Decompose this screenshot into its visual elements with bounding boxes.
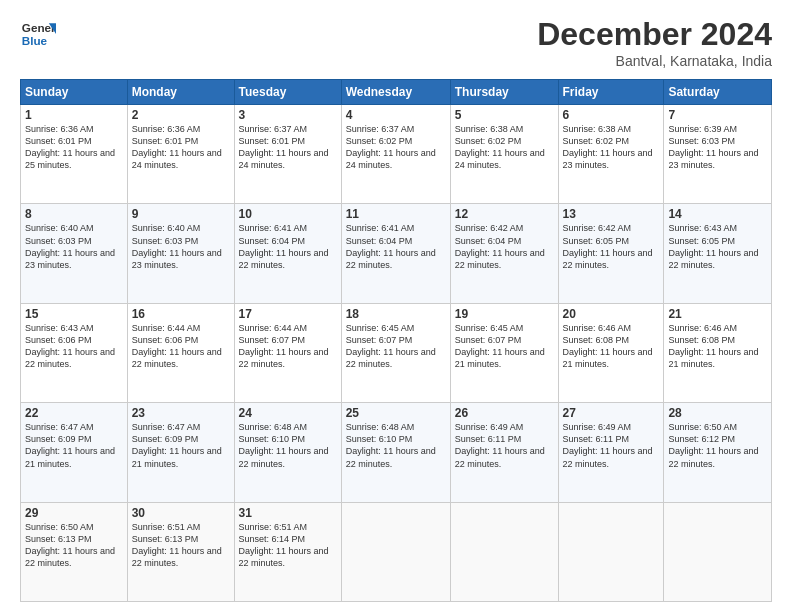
day-number: 10 (239, 207, 337, 221)
calendar-cell: 3 Sunrise: 6:37 AMSunset: 6:01 PMDayligh… (234, 105, 341, 204)
day-number: 11 (346, 207, 446, 221)
calendar-cell: 4 Sunrise: 6:37 AMSunset: 6:02 PMDayligh… (341, 105, 450, 204)
location: Bantval, Karnataka, India (537, 53, 772, 69)
cell-info: Sunrise: 6:48 AMSunset: 6:10 PMDaylight:… (346, 421, 446, 470)
day-number: 12 (455, 207, 554, 221)
calendar-cell: 5 Sunrise: 6:38 AMSunset: 6:02 PMDayligh… (450, 105, 558, 204)
calendar-cell: 29 Sunrise: 6:50 AMSunset: 6:13 PMDaylig… (21, 502, 128, 601)
day-header-thursday: Thursday (450, 80, 558, 105)
day-number: 22 (25, 406, 123, 420)
day-number: 31 (239, 506, 337, 520)
day-number: 4 (346, 108, 446, 122)
calendar-cell: 22 Sunrise: 6:47 AMSunset: 6:09 PMDaylig… (21, 403, 128, 502)
cell-info: Sunrise: 6:41 AMSunset: 6:04 PMDaylight:… (346, 222, 446, 271)
day-number: 1 (25, 108, 123, 122)
day-number: 24 (239, 406, 337, 420)
day-number: 16 (132, 307, 230, 321)
cell-info: Sunrise: 6:44 AMSunset: 6:07 PMDaylight:… (239, 322, 337, 371)
calendar-cell: 15 Sunrise: 6:43 AMSunset: 6:06 PMDaylig… (21, 303, 128, 402)
cell-info: Sunrise: 6:45 AMSunset: 6:07 PMDaylight:… (346, 322, 446, 371)
cell-info: Sunrise: 6:37 AMSunset: 6:02 PMDaylight:… (346, 123, 446, 172)
day-number: 21 (668, 307, 767, 321)
calendar-cell: 20 Sunrise: 6:46 AMSunset: 6:08 PMDaylig… (558, 303, 664, 402)
cell-info: Sunrise: 6:49 AMSunset: 6:11 PMDaylight:… (563, 421, 660, 470)
title-block: December 2024 Bantval, Karnataka, India (537, 16, 772, 69)
cell-info: Sunrise: 6:42 AMSunset: 6:04 PMDaylight:… (455, 222, 554, 271)
day-number: 27 (563, 406, 660, 420)
cell-info: Sunrise: 6:47 AMSunset: 6:09 PMDaylight:… (25, 421, 123, 470)
day-header-tuesday: Tuesday (234, 80, 341, 105)
calendar-cell (341, 502, 450, 601)
cell-info: Sunrise: 6:47 AMSunset: 6:09 PMDaylight:… (132, 421, 230, 470)
calendar-cell (450, 502, 558, 601)
logo-icon: General Blue (20, 16, 56, 52)
day-number: 5 (455, 108, 554, 122)
day-number: 9 (132, 207, 230, 221)
calendar-cell: 11 Sunrise: 6:41 AMSunset: 6:04 PMDaylig… (341, 204, 450, 303)
calendar-cell: 16 Sunrise: 6:44 AMSunset: 6:06 PMDaylig… (127, 303, 234, 402)
day-number: 14 (668, 207, 767, 221)
calendar-cell: 13 Sunrise: 6:42 AMSunset: 6:05 PMDaylig… (558, 204, 664, 303)
calendar-cell: 19 Sunrise: 6:45 AMSunset: 6:07 PMDaylig… (450, 303, 558, 402)
calendar-cell: 28 Sunrise: 6:50 AMSunset: 6:12 PMDaylig… (664, 403, 772, 502)
day-number: 15 (25, 307, 123, 321)
day-number: 20 (563, 307, 660, 321)
calendar-cell: 21 Sunrise: 6:46 AMSunset: 6:08 PMDaylig… (664, 303, 772, 402)
calendar-cell: 1 Sunrise: 6:36 AMSunset: 6:01 PMDayligh… (21, 105, 128, 204)
cell-info: Sunrise: 6:46 AMSunset: 6:08 PMDaylight:… (563, 322, 660, 371)
calendar-cell: 2 Sunrise: 6:36 AMSunset: 6:01 PMDayligh… (127, 105, 234, 204)
calendar-cell: 23 Sunrise: 6:47 AMSunset: 6:09 PMDaylig… (127, 403, 234, 502)
svg-text:Blue: Blue (22, 34, 48, 47)
cell-info: Sunrise: 6:38 AMSunset: 6:02 PMDaylight:… (563, 123, 660, 172)
day-number: 26 (455, 406, 554, 420)
cell-info: Sunrise: 6:36 AMSunset: 6:01 PMDaylight:… (25, 123, 123, 172)
day-number: 8 (25, 207, 123, 221)
calendar-cell: 26 Sunrise: 6:49 AMSunset: 6:11 PMDaylig… (450, 403, 558, 502)
cell-info: Sunrise: 6:48 AMSunset: 6:10 PMDaylight:… (239, 421, 337, 470)
day-number: 29 (25, 506, 123, 520)
calendar-cell: 12 Sunrise: 6:42 AMSunset: 6:04 PMDaylig… (450, 204, 558, 303)
cell-info: Sunrise: 6:50 AMSunset: 6:12 PMDaylight:… (668, 421, 767, 470)
day-number: 17 (239, 307, 337, 321)
cell-info: Sunrise: 6:46 AMSunset: 6:08 PMDaylight:… (668, 322, 767, 371)
calendar-cell: 25 Sunrise: 6:48 AMSunset: 6:10 PMDaylig… (341, 403, 450, 502)
calendar-cell: 30 Sunrise: 6:51 AMSunset: 6:13 PMDaylig… (127, 502, 234, 601)
cell-info: Sunrise: 6:42 AMSunset: 6:05 PMDaylight:… (563, 222, 660, 271)
cell-info: Sunrise: 6:41 AMSunset: 6:04 PMDaylight:… (239, 222, 337, 271)
calendar-cell: 7 Sunrise: 6:39 AMSunset: 6:03 PMDayligh… (664, 105, 772, 204)
calendar-cell: 8 Sunrise: 6:40 AMSunset: 6:03 PMDayligh… (21, 204, 128, 303)
svg-text:General: General (22, 21, 56, 34)
calendar-cell: 9 Sunrise: 6:40 AMSunset: 6:03 PMDayligh… (127, 204, 234, 303)
cell-info: Sunrise: 6:40 AMSunset: 6:03 PMDaylight:… (25, 222, 123, 271)
cell-info: Sunrise: 6:45 AMSunset: 6:07 PMDaylight:… (455, 322, 554, 371)
day-number: 2 (132, 108, 230, 122)
day-number: 19 (455, 307, 554, 321)
day-number: 13 (563, 207, 660, 221)
cell-info: Sunrise: 6:43 AMSunset: 6:05 PMDaylight:… (668, 222, 767, 271)
calendar-cell (664, 502, 772, 601)
cell-info: Sunrise: 6:44 AMSunset: 6:06 PMDaylight:… (132, 322, 230, 371)
calendar-cell: 14 Sunrise: 6:43 AMSunset: 6:05 PMDaylig… (664, 204, 772, 303)
logo: General Blue (20, 16, 56, 52)
calendar-cell: 18 Sunrise: 6:45 AMSunset: 6:07 PMDaylig… (341, 303, 450, 402)
cell-info: Sunrise: 6:37 AMSunset: 6:01 PMDaylight:… (239, 123, 337, 172)
day-number: 25 (346, 406, 446, 420)
day-number: 30 (132, 506, 230, 520)
day-number: 23 (132, 406, 230, 420)
cell-info: Sunrise: 6:51 AMSunset: 6:13 PMDaylight:… (132, 521, 230, 570)
cell-info: Sunrise: 6:39 AMSunset: 6:03 PMDaylight:… (668, 123, 767, 172)
day-header-friday: Friday (558, 80, 664, 105)
cell-info: Sunrise: 6:43 AMSunset: 6:06 PMDaylight:… (25, 322, 123, 371)
calendar: SundayMondayTuesdayWednesdayThursdayFrid… (20, 79, 772, 602)
month-title: December 2024 (537, 16, 772, 53)
cell-info: Sunrise: 6:38 AMSunset: 6:02 PMDaylight:… (455, 123, 554, 172)
cell-info: Sunrise: 6:40 AMSunset: 6:03 PMDaylight:… (132, 222, 230, 271)
day-number: 18 (346, 307, 446, 321)
cell-info: Sunrise: 6:50 AMSunset: 6:13 PMDaylight:… (25, 521, 123, 570)
day-number: 28 (668, 406, 767, 420)
calendar-cell: 27 Sunrise: 6:49 AMSunset: 6:11 PMDaylig… (558, 403, 664, 502)
day-header-monday: Monday (127, 80, 234, 105)
cell-info: Sunrise: 6:36 AMSunset: 6:01 PMDaylight:… (132, 123, 230, 172)
calendar-cell: 17 Sunrise: 6:44 AMSunset: 6:07 PMDaylig… (234, 303, 341, 402)
day-header-saturday: Saturday (664, 80, 772, 105)
